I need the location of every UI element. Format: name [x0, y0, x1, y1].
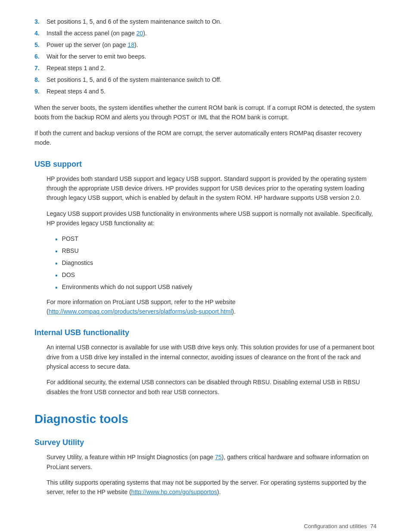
list-text-4: Install the access panel (on page 20).: [47, 29, 147, 38]
list-item-6: 6. Wait for the server to emit two beeps…: [34, 52, 377, 61]
survey-utility-para1: Survey Utility, a feature within HP Insi…: [47, 452, 377, 472]
link-page-20[interactable]: 20: [137, 30, 143, 37]
list-item-3: 3. Set positions 1, 5, and 6 of the syst…: [34, 17, 377, 26]
list-item-5: 5. Power up the server (on page 18).: [34, 40, 377, 50]
corrupt-rom-para-2: If both the current and backup versions …: [34, 128, 377, 148]
internal-usb-para1: An internal USB connector is available f…: [47, 342, 377, 371]
list-item-8: 8. Set positions 1, 5, and 6 of the syst…: [34, 75, 377, 84]
list-num-5: 5.: [34, 40, 47, 50]
list-num-4: 4.: [34, 29, 47, 38]
footer-page: 74: [371, 523, 377, 529]
bullet-diagnostics: Diagnostics: [55, 258, 377, 269]
link-page-18[interactable]: 18: [128, 41, 134, 48]
internal-usb-heading: Internal USB functionality: [34, 328, 377, 337]
link-supportos[interactable]: http://www.hp.com/go/supportos: [131, 488, 217, 495]
list-num-3: 3.: [34, 17, 47, 26]
list-num-9: 9.: [34, 87, 47, 96]
corrupt-rom-para-1: When the server boots, the system identi…: [34, 103, 377, 122]
usb-support-para3: For more information on ProLiant USB sup…: [47, 297, 377, 317]
bullet-rbsu: RBSU: [55, 246, 377, 257]
link-page-75[interactable]: 75: [215, 454, 222, 460]
bullet-environments: Environments which do not support USB na…: [55, 283, 377, 293]
footer-label: Configuration and utilities: [304, 523, 367, 529]
page-content: 3. Set positions 1, 5, and 6 of the syst…: [34, 17, 377, 529]
list-text-7: Repeat steps 1 and 2.: [47, 64, 106, 73]
bullet-post: POST: [55, 234, 377, 245]
usb-support-heading: USB support: [34, 160, 377, 169]
page-footer: Configuration and utilities 74: [34, 523, 377, 529]
list-text-6: Wait for the server to emit two beeps.: [47, 52, 146, 61]
list-item-4: 4. Install the access panel (on page 20)…: [34, 29, 377, 38]
list-item-9: 9. Repeat steps 4 and 5.: [34, 87, 377, 96]
list-num-8: 8.: [34, 75, 47, 84]
internal-usb-para2: For additional security, the external US…: [47, 377, 377, 397]
list-num-6: 6.: [34, 52, 47, 61]
list-text-5: Power up the server (on page 18).: [47, 40, 138, 50]
usb-support-para2: Legacy USB support provides USB function…: [47, 209, 377, 228]
survey-utility-heading: Survey Utility: [34, 438, 377, 447]
usb-bullet-list: POST RBSU Diagnostics DOS Environments w…: [55, 234, 377, 293]
list-text-3: Set positions 1, 5, and 6 of the system …: [47, 17, 221, 26]
list-text-9: Repeat steps 4 and 5.: [47, 87, 106, 96]
link-usb-support[interactable]: http://www.compaq.com/products/servers/p…: [49, 308, 232, 315]
numbered-list: 3. Set positions 1, 5, and 6 of the syst…: [34, 17, 377, 96]
bullet-dos: DOS: [55, 271, 377, 281]
list-item-7: 7. Repeat steps 1 and 2.: [34, 64, 377, 73]
list-num-7: 7.: [34, 64, 47, 73]
survey-utility-para2: This utility supports operating systems …: [47, 478, 377, 497]
list-text-8: Set positions 1, 5, and 6 of the system …: [47, 75, 221, 84]
usb-support-para1: HP provides both standard USB support an…: [47, 174, 377, 203]
diagnostic-tools-heading: Diagnostic tools: [34, 412, 377, 426]
